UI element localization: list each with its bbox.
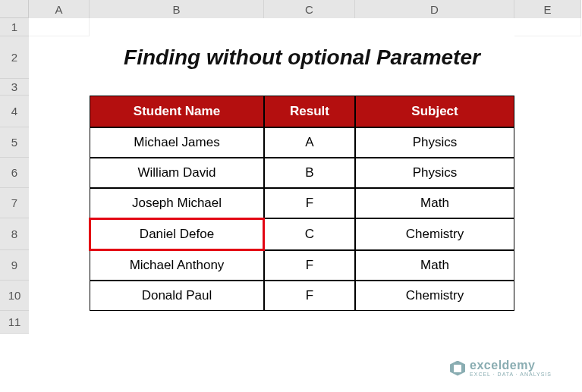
header-student-name[interactable]: Student Name [90, 96, 264, 127]
col-header-E[interactable]: E [514, 0, 581, 18]
row-header-3[interactable]: 3 [0, 79, 29, 96]
cell-C9[interactable]: F [264, 250, 355, 281]
row-header-1[interactable]: 1 [0, 18, 29, 36]
cell-D8[interactable]: Chemistry [355, 218, 514, 250]
row-header-6[interactable]: 6 [0, 158, 29, 188]
cell-C10[interactable]: F [264, 281, 355, 311]
cell-D9[interactable]: Math [355, 250, 514, 281]
row-header-11[interactable]: 11 [0, 311, 29, 334]
cell-B6[interactable]: William David [90, 158, 264, 188]
header-result[interactable]: Result [264, 96, 355, 127]
row-header-4[interactable]: 4 [0, 96, 29, 127]
cell-C6[interactable]: B [264, 158, 355, 188]
row-header-5[interactable]: 5 [0, 127, 29, 158]
cell-E1[interactable] [514, 18, 581, 36]
watermark: exceldemy EXCEL · DATA · ANALYSIS [450, 359, 552, 377]
row-header-7[interactable]: 7 [0, 188, 29, 218]
column-header-row: A B C D E [0, 0, 581, 18]
watermark-main: exceldemy [470, 359, 552, 372]
cell-D6[interactable]: Physics [355, 158, 514, 188]
cell-B8[interactable]: Daniel Defoe [90, 218, 264, 250]
col-header-A[interactable]: A [29, 0, 90, 18]
row-header-10[interactable]: 10 [0, 281, 29, 311]
row-header-2[interactable]: 2 [0, 36, 29, 79]
col-header-C[interactable]: C [264, 0, 355, 18]
title-cell[interactable]: Finding without optional Parameter [90, 36, 514, 79]
cell-D5[interactable]: Physics [355, 127, 514, 158]
row-header-col: 1 2 3 4 5 6 7 8 9 10 11 [0, 18, 29, 334]
cell-C8[interactable]: C [264, 218, 355, 250]
cell-D10[interactable]: Chemistry [355, 281, 514, 311]
col-header-B[interactable]: B [90, 0, 264, 18]
cell-B5[interactable]: Michael James [90, 127, 264, 158]
select-all-corner[interactable] [0, 0, 29, 18]
header-subject[interactable]: Subject [355, 96, 514, 127]
exceldemy-logo-icon [450, 361, 465, 376]
cell-C7[interactable]: F [264, 188, 355, 218]
cell-B10[interactable]: Donald Paul [90, 281, 264, 311]
cell-D7[interactable]: Math [355, 188, 514, 218]
cell-B9[interactable]: Michael Anthony [90, 250, 264, 281]
row-header-9[interactable]: 9 [0, 250, 29, 281]
cell-A1[interactable] [29, 18, 90, 36]
watermark-sub: EXCEL · DATA · ANALYSIS [470, 372, 552, 377]
row-header-8[interactable]: 8 [0, 218, 29, 250]
page-title: Finding without optional Parameter [124, 45, 480, 70]
cell-B7[interactable]: Joseph Michael [90, 188, 264, 218]
cell-C5[interactable]: A [264, 127, 355, 158]
col-header-D[interactable]: D [355, 0, 514, 18]
